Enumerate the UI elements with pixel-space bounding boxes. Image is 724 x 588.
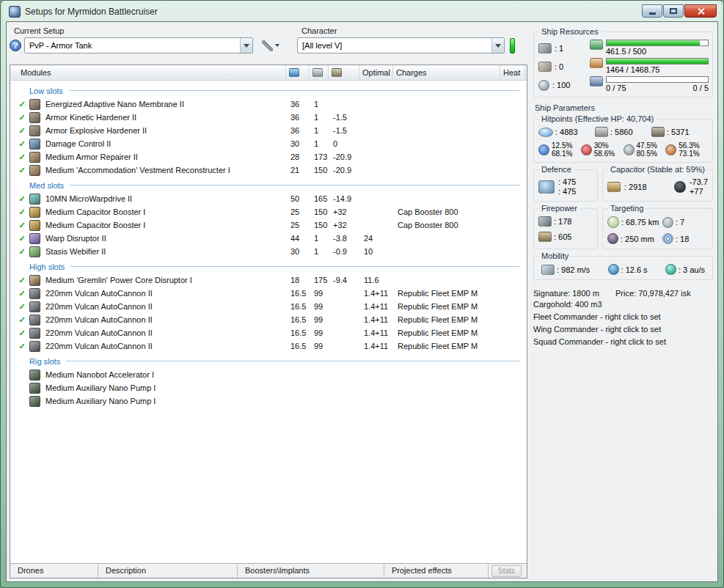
maximize-button[interactable] [663,4,684,18]
scan-resolution-value: : 250 mm [621,235,654,243]
module-pg: 1 [314,139,333,148]
module-row[interactable]: Medium Nanobot Accelerator I [10,368,527,381]
module-name: 220mm Vulcan AutoCannon II [45,342,290,350]
module-charge: Republic Fleet EMP M [398,302,505,311]
explosive-shield-resist: 56.3% [679,142,699,150]
thermal-damage-icon [581,144,592,155]
signature-text: Signature: 1800 m [533,289,615,298]
slot-section-title: Rig slots [29,357,60,366]
help-icon[interactable] [10,40,21,51]
stats-button[interactable]: Stats [491,565,522,577]
thermal-shield-resist: 30% [594,142,615,150]
module-row[interactable]: ✓220mm Vulcan AutoCannon II16.5991.4+11R… [10,326,527,339]
module-row[interactable]: ✓Energized Adaptive Nano Membrane II361 [10,98,527,111]
minimize-button[interactable] [642,4,662,18]
module-pg: 173 [314,152,333,161]
module-row[interactable]: ✓Medium 'Accommodation' Vestment Reconst… [10,163,527,177]
module-cap: -1.5 [333,126,364,135]
dronebay-usage-text: 0 / 75 [606,84,626,92]
wing-commander-text[interactable]: Wing Commander - right click to set [533,325,713,334]
character-value: [All level V] [298,41,491,50]
shield-hp-value: : 4883 [555,128,578,136]
tools-button[interactable] [256,37,285,54]
stats-panel: Ship Resources : 1 461.5 / 500 [532,25,714,578]
mobility-group: Mobility : 982 m/s : 12.6 s : 3 au/s [533,256,713,280]
fitted-check-icon: ✓ [15,152,29,162]
module-row[interactable]: ✓Armor Kinetic Hardener II361-1.5 [10,111,527,124]
firepower-title: Firepower [539,204,579,213]
character-combobox[interactable]: [All level V] [297,37,505,54]
close-button[interactable] [684,4,717,18]
module-row[interactable]: ✓10MN MicroWarpdrive II50165-14.9 [10,192,527,205]
armor-hardener-icon [29,125,40,136]
tab-projected-effects[interactable]: Projected effects [384,564,489,578]
cap-delta-icon [674,181,686,193]
armor-hardener-icon [29,112,40,123]
launcher-hardpoints-value: : 0 [555,62,563,71]
module-row[interactable]: Medium Auxiliary Nano Pump I [10,381,527,394]
modules-column-header[interactable]: Modules [10,65,286,80]
tab-boosters-implants[interactable]: Boosters\Implants [238,564,384,578]
module-name: Medium Nanobot Accelerator I [45,370,290,379]
turret-hardpoints-stat: : 1 [538,40,590,56]
heat-column-header[interactable]: Heat [500,65,525,80]
align-time-stat: : 12.6 s [608,264,648,275]
module-row[interactable]: ✓220mm Vulcan AutoCannon II16.5991.4+11R… [10,313,527,326]
chevron-down-icon[interactable] [491,38,504,53]
tab-drones[interactable]: Drones [10,564,98,578]
chevron-down-icon[interactable] [240,38,252,53]
cpu-column-header[interactable] [286,65,310,80]
module-row[interactable]: ✓Medium Armor Repairer II28173-20.9 [10,150,527,163]
module-row[interactable]: ✓220mm Vulcan AutoCannon II16.5991.4+11R… [10,300,527,313]
capacitor-column-header[interactable] [329,65,359,80]
armor-hp-stat: : 5860 [595,127,651,137]
em-resist-stat: 12.5%68.1% [538,142,581,158]
fitted-check-icon: ✓ [15,302,29,312]
fitted-check-icon: ✓ [15,113,29,122]
targeting-title: Targeting [608,204,646,213]
ship-parameters-title: Ship Parameters [535,103,713,112]
tab-description[interactable]: Description [98,564,238,578]
module-row[interactable]: ✓Damage Control II3010 [10,137,527,150]
slot-section-title: High slots [29,262,65,271]
module-row[interactable]: ✓Warp Disruptor II441-3.824 [10,232,527,245]
current-setup-combobox[interactable]: PvP - Armor Tank [24,37,253,54]
powergrid-bar-fill [607,59,708,64]
module-cap: -0.9 [333,247,364,256]
fleet-commander-text[interactable]: Fleet Commander - right click to set [533,312,713,321]
current-setup-group: Current Setup PvP - Armor Tank [10,26,285,54]
module-cpu: 25 [290,207,314,216]
module-name: 220mm Vulcan AutoCannon II [45,289,290,298]
cap-recharge-value: +77 [690,187,708,196]
module-row[interactable]: ✓Medium Capacitor Booster I25150+32Cap B… [10,205,527,218]
rig-icon [29,370,40,381]
module-row[interactable]: ✓Medium Capacitor Booster I25150+32Cap B… [10,218,527,232]
turret-hardpoints-icon [538,43,552,54]
module-name: 10MN MicroWarpdrive II [45,194,290,203]
module-row[interactable]: Medium Auxiliary Nano Pump I [10,394,527,408]
module-row[interactable]: ✓Medium 'Gremlin' Power Core Disruptor I… [10,273,527,287]
section-divider [69,90,519,91]
module-cap: -20.9 [333,166,364,174]
titlebar[interactable]: Setups for Myrmidon Battlecruiser [6,1,718,21]
defence-title: Defence [539,165,574,174]
charges-column-header[interactable]: Charges [393,65,500,80]
launcher-hardpoints-icon [538,62,552,72]
module-row[interactable]: ✓220mm Vulcan AutoCannon II16.5991.4+11R… [10,287,527,300]
module-row[interactable]: ✓Stasis Webifier II301-0.910 [10,245,527,258]
targeting-range-icon [607,216,619,228]
module-pg: 1 [314,100,333,109]
squad-commander-text[interactable]: Squad Commander - right click to set [533,337,713,346]
structure-hp-value: : 5371 [667,128,690,136]
defence-group: Defence : 475 : 475 [533,169,598,202]
cpu-bar-fill [607,40,700,45]
module-row[interactable]: ✓Armor Explosive Hardener II361-1.5 [10,124,527,137]
slot-section-header: Low slots [10,82,527,98]
max-targets-stat: : 7 [662,216,708,228]
max-velocity-stat: : 982 m/s [541,264,590,275]
powergrid-column-header[interactable] [310,65,329,80]
slot-section-header: High slots [10,258,527,273]
module-row[interactable]: ✓220mm Vulcan AutoCannon II16.5991.4+11R… [10,339,527,353]
module-name: Stasis Webifier II [45,247,290,256]
optimal-column-header[interactable]: Optimal [359,65,393,80]
